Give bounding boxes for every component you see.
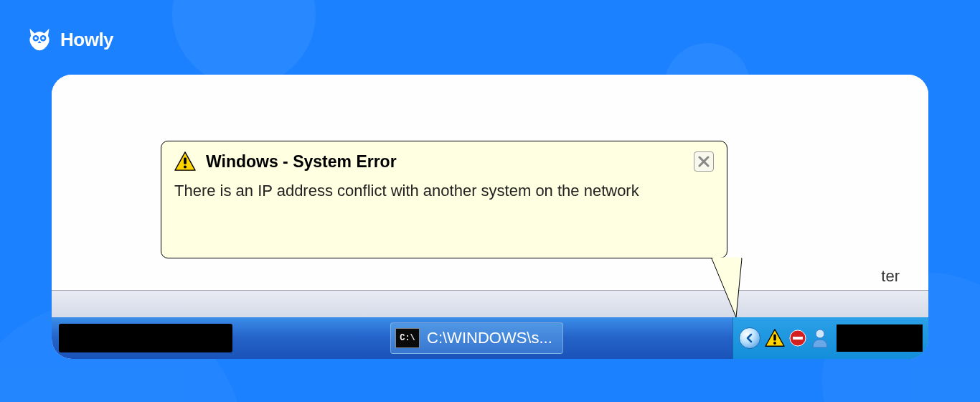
- brand-name: Howly: [60, 29, 113, 51]
- close-button[interactable]: [694, 151, 714, 172]
- svg-point-5: [184, 165, 187, 168]
- partial-background-text: ter: [881, 267, 900, 286]
- svg-point-3: [42, 37, 44, 39]
- owl-icon: [27, 27, 52, 52]
- notification-balloon[interactable]: Windows - System Error There is an IP ad…: [161, 141, 727, 258]
- svg-point-10: [816, 329, 824, 338]
- tray-warning-icon[interactable]: [765, 329, 785, 347]
- close-icon: [698, 156, 710, 167]
- screenshot-card: ter Windows - System Error There is an I…: [52, 75, 928, 359]
- warning-icon: [174, 151, 196, 172]
- background-decoration: [172, 0, 316, 86]
- svg-point-2: [34, 37, 37, 39]
- svg-point-7: [773, 342, 776, 345]
- taskbar-item-cmd[interactable]: C:\ C:\WINDOWS\s...: [390, 322, 563, 354]
- chevron-left-icon: [745, 333, 755, 343]
- system-tray[interactable]: [732, 317, 928, 359]
- svg-rect-9: [793, 337, 803, 340]
- tray-blocked-icon[interactable]: [789, 329, 806, 347]
- balloon-title: Windows - System Error: [206, 152, 684, 172]
- tray-clock-redacted: [837, 324, 923, 352]
- balloon-header: Windows - System Error: [174, 151, 714, 172]
- tray-user-icon[interactable]: [811, 328, 829, 348]
- balloon-message: There is an IP address conflict with ano…: [174, 180, 714, 202]
- svg-rect-6: [773, 335, 776, 341]
- svg-rect-4: [184, 157, 187, 164]
- taskbar[interactable]: C:\ C:\WINDOWS\s...: [52, 317, 928, 359]
- window-border-strip: [52, 290, 928, 317]
- tray-expand-button[interactable]: [739, 327, 760, 349]
- command-prompt-icon: C:\: [395, 328, 420, 348]
- brand-logo: Howly: [27, 27, 113, 52]
- taskbar-item-label: C:\WINDOWS\s...: [427, 329, 552, 347]
- taskbar-item-redacted[interactable]: [59, 324, 232, 352]
